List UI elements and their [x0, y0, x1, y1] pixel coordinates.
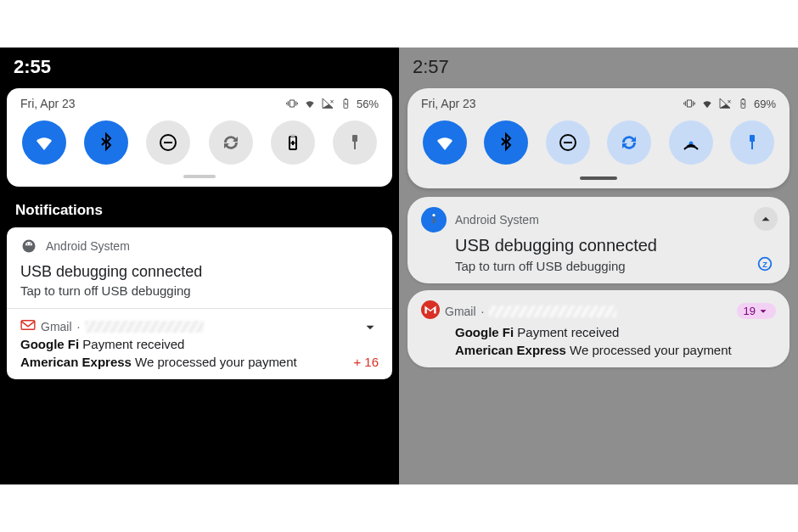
qs-autorotate-toggle[interactable]: [209, 120, 253, 165]
qs-flashlight-toggle[interactable]: [333, 120, 377, 165]
qs-dnd-toggle[interactable]: [146, 120, 190, 165]
chevron-down-icon: [757, 305, 769, 317]
battery-icon: [283, 132, 303, 153]
qs-date: Fri, Apr 23: [20, 97, 76, 110]
battery-percent: 56%: [357, 98, 379, 110]
divider: [7, 308, 392, 309]
qs-toggle-row: [20, 120, 379, 165]
qs-dnd-toggle[interactable]: [546, 120, 590, 165]
gmail-line-2: American Express We processed your payme…: [20, 355, 379, 369]
battery-status-icon: [736, 97, 750, 110]
pane-android-11: 2:55 Fri, Apr 23 56%: [0, 48, 399, 484]
notifications-header: Notifications: [0, 197, 399, 227]
autorotate-icon: [619, 132, 639, 153]
hotspot-icon: [681, 132, 701, 153]
dnd-icon: [558, 132, 578, 153]
notification-app-name: Android System: [455, 213, 539, 227]
qs-batterysaver-toggle[interactable]: [271, 120, 315, 165]
pane-android-12: 2:57 Fri, Apr 23 69%: [399, 48, 798, 484]
overflow-count: + 16: [353, 355, 379, 369]
wifi-status-icon: [303, 97, 317, 110]
autorotate-icon: [221, 132, 241, 153]
notification-app-name: Android System: [46, 239, 130, 253]
bluetooth-icon: [96, 132, 116, 153]
qs-autorotate-toggle[interactable]: [607, 120, 651, 165]
notification-title: USB debugging connected: [20, 261, 379, 282]
gmail-line-2: American Express We processed your payme…: [455, 343, 776, 357]
quick-settings-panel: Fri, Apr 23 56%: [7, 88, 392, 187]
qs-wifi-toggle[interactable]: [423, 120, 467, 165]
redacted-sender: [85, 321, 204, 333]
vibrate-icon: [683, 97, 696, 110]
wifi-icon: [34, 132, 54, 153]
android-system-icon: [421, 207, 447, 232]
notification-card-gmail[interactable]: Gmail · 19 Google Fi Payment received Am…: [407, 290, 790, 367]
qs-wifi-toggle[interactable]: [22, 120, 66, 165]
bluetooth-icon: [496, 132, 516, 153]
status-time: 2:57: [399, 48, 798, 83]
chevron-up-icon: [758, 211, 773, 227]
vibrate-icon: [285, 97, 299, 110]
qs-drag-handle[interactable]: [183, 175, 216, 178]
qs-bluetooth-toggle[interactable]: [484, 120, 528, 165]
status-icons-cluster: 56%: [285, 97, 379, 110]
notification-title: USB debugging connected: [455, 234, 776, 257]
android-system-icon: [20, 238, 37, 255]
collapse-toggle[interactable]: [754, 207, 778, 231]
notification-app-name: Gmail: [445, 305, 476, 318]
cellular-status-icon: [321, 97, 334, 110]
count-badge[interactable]: 19: [737, 303, 776, 319]
status-time: 2:55: [0, 48, 399, 83]
flashlight-icon: [345, 132, 365, 153]
qs-flashlight-toggle[interactable]: [730, 120, 774, 165]
gmail-icon: [20, 319, 36, 333]
chevron-down-icon: [362, 320, 378, 335]
gmail-line-1: Google Fi Payment received: [20, 337, 379, 351]
notification-subtitle: Tap to turn off USB debugging: [455, 259, 776, 273]
expand-toggle[interactable]: [358, 316, 382, 339]
qs-drag-handle[interactable]: [580, 176, 617, 180]
redacted-sender: [489, 305, 616, 317]
notification-app-name: Gmail: [41, 320, 72, 333]
cellular-status-icon: [718, 97, 732, 110]
notification-subtitle: Tap to turn off USB debugging: [20, 283, 379, 298]
gmail-icon: [421, 300, 440, 322]
snooze-button[interactable]: [756, 255, 774, 273]
dnd-icon: [158, 132, 178, 153]
wifi-icon: [435, 132, 455, 153]
quick-settings-panel: Fri, Apr 23 69%: [407, 88, 790, 188]
battery-percent: 69%: [754, 98, 776, 110]
gmail-line-1: Google Fi Payment received: [455, 325, 776, 339]
flashlight-icon: [742, 132, 762, 153]
battery-status-icon: [339, 97, 352, 110]
qs-bluetooth-toggle[interactable]: [84, 120, 128, 165]
snooze-icon: [756, 255, 774, 273]
status-icons-cluster: 69%: [683, 97, 776, 110]
wifi-status-icon: [700, 97, 714, 110]
notification-card-combined[interactable]: Android System USB debugging connected T…: [7, 227, 392, 379]
qs-toggle-row: [421, 120, 776, 165]
notification-card-system[interactable]: Android System USB debugging connected T…: [407, 197, 790, 283]
qs-hotspot-toggle[interactable]: [669, 120, 713, 165]
qs-date: Fri, Apr 23: [421, 97, 476, 110]
